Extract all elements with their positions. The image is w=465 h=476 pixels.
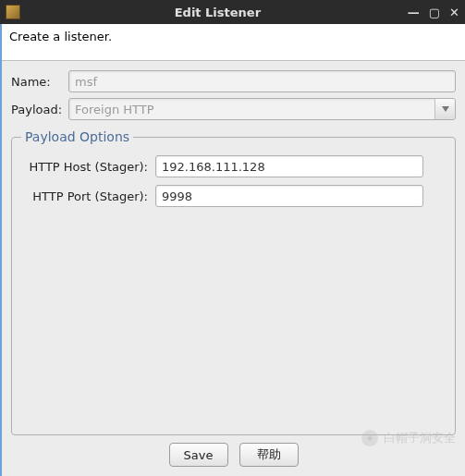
payload-combo-button[interactable] xyxy=(434,99,455,119)
http-host-input[interactable] xyxy=(155,155,423,177)
save-button[interactable]: Save xyxy=(169,443,228,467)
window-title: Edit Listener xyxy=(28,6,408,19)
name-label: Name: xyxy=(11,75,68,89)
help-button[interactable]: 帮助 xyxy=(239,443,299,467)
payload-combo-text: Foreign HTTP xyxy=(69,103,434,116)
http-host-label: HTTP Host (Stager): xyxy=(21,160,155,174)
http-port-label: HTTP Port (Stager): xyxy=(21,189,155,203)
description-area: Create a listener. xyxy=(2,24,465,61)
button-bar: Save 帮助 xyxy=(11,435,456,476)
payload-options-group: Payload Options HTTP Host (Stager): HTTP… xyxy=(11,129,456,435)
form-area: Name: Payload: Foreign HTTP Payload Opti… xyxy=(2,61,465,476)
titlebar: Edit Listener — ▢ ✕ xyxy=(0,0,465,24)
payload-options-legend: Payload Options xyxy=(21,129,133,144)
description-text: Create a listener. xyxy=(9,30,112,43)
payload-combo[interactable]: Foreign HTTP xyxy=(68,98,456,120)
http-port-input[interactable] xyxy=(155,185,423,207)
minimize-button[interactable]: — xyxy=(408,6,420,19)
window-body: Create a listener. Name: Payload: Foreig… xyxy=(0,24,465,476)
chevron-down-icon xyxy=(442,106,449,112)
maximize-button[interactable]: ▢ xyxy=(429,6,440,19)
payload-label: Payload: xyxy=(11,103,68,116)
close-button[interactable]: ✕ xyxy=(449,6,459,19)
app-icon xyxy=(6,5,20,19)
name-input[interactable] xyxy=(68,70,456,92)
